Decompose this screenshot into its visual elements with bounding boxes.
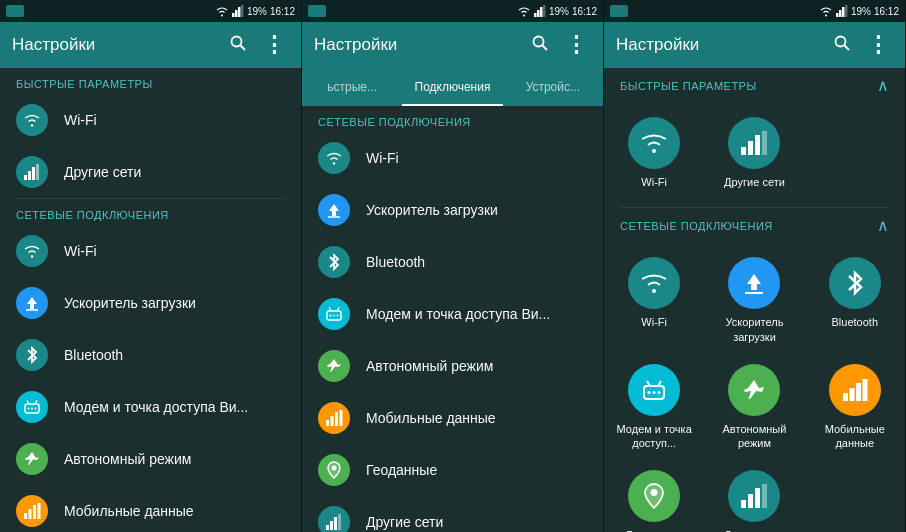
status-icons-2: 19% 16:12: [517, 5, 597, 17]
panel-icon-3: [610, 5, 628, 17]
grid-item-geo-3[interactable]: Геоданные: [604, 460, 704, 532]
other-nets-grid-icon-quick-3: [728, 117, 780, 169]
list-item-geo-2[interactable]: Геоданные: [302, 444, 603, 496]
svg-marker-64: [747, 274, 761, 290]
svg-rect-4: [241, 5, 244, 17]
list-item-bt-2[interactable]: Bluetooth: [302, 236, 603, 288]
svg-line-6: [241, 45, 246, 50]
wifi-status-icon-3: [819, 5, 833, 17]
svg-rect-10: [32, 167, 35, 180]
svg-rect-53: [839, 10, 842, 17]
svg-rect-28: [537, 10, 540, 17]
list-item-download-1[interactable]: Ускоритель загрузки: [0, 277, 301, 329]
grid-item-airplane-3[interactable]: Автономный режим: [704, 354, 804, 461]
list-item-other-nets-quick[interactable]: Другие сети: [0, 146, 301, 198]
tab-quick-2[interactable]: ьстрые...: [302, 69, 402, 106]
svg-rect-44: [335, 412, 338, 426]
grid-item-download-3[interactable]: Ускоритель загрузки: [704, 247, 804, 354]
net-section-header-3[interactable]: СЕТЕВЫЕ ПОДКЛЮЧЕНИЯ ∧: [604, 208, 905, 239]
svg-rect-75: [862, 379, 867, 401]
grid-item-other-nets-quick-3[interactable]: Другие сети: [704, 107, 804, 199]
download-icon-1: [16, 287, 48, 319]
modem-grid-label-3: Модем и точка доступ...: [608, 422, 700, 451]
wifi-status-icon-2: [517, 5, 531, 17]
more-icon-2[interactable]: ⋮: [561, 28, 591, 62]
search-icon-2[interactable]: [527, 30, 553, 61]
list-item-modem-2[interactable]: Модем и точка доступа Ви...: [302, 288, 603, 340]
svg-rect-61: [755, 135, 760, 155]
battery-2: 19%: [549, 6, 569, 17]
wifi-2-label: Wi-Fi: [366, 150, 399, 166]
geo-grid-label-3: Геоданные: [626, 528, 682, 532]
list-item-other-nets-2[interactable]: Другие сети: [302, 496, 603, 532]
wifi-1-label: Wi-Fi: [64, 243, 97, 259]
grid-item-modem-3[interactable]: Модем и точка доступ...: [604, 354, 704, 461]
modem-icon-2: [318, 298, 350, 330]
mobile-icon-1: [16, 495, 48, 527]
svg-rect-48: [330, 521, 333, 530]
app-bar-2: Настройки ⋮: [302, 22, 603, 68]
battery-1: 19%: [247, 6, 267, 17]
download-1-label: Ускоритель загрузки: [64, 295, 196, 311]
grid-item-wifi-3[interactable]: Wi-Fi: [604, 247, 704, 354]
app-bar-3: Настройки ⋮: [604, 22, 905, 68]
list-item-download-2[interactable]: Ускоритель загрузки: [302, 184, 603, 236]
svg-rect-52: [836, 13, 839, 17]
svg-point-5: [232, 36, 242, 46]
search-icon-1[interactable]: [225, 30, 251, 61]
list-item-wifi-2[interactable]: Wi-Fi: [302, 132, 603, 184]
list-item-wifi-1[interactable]: Wi-Fi: [0, 225, 301, 277]
panel-icon-2: [308, 5, 326, 17]
more-icon-1[interactable]: ⋮: [259, 28, 289, 62]
svg-rect-47: [326, 525, 329, 530]
grid-item-bt-3[interactable]: Bluetooth: [805, 247, 905, 354]
svg-rect-43: [331, 416, 334, 426]
airplane-grid-label-3: Автономный режим: [708, 422, 800, 451]
list-item-mobile-2[interactable]: Мобильные данные: [302, 392, 603, 444]
tab-dev-2[interactable]: Устройс...: [503, 69, 603, 106]
signal-status-icon-3: [836, 5, 848, 17]
tab-conn-2[interactable]: Подключения: [402, 69, 502, 106]
net-collapse-icon-3[interactable]: ∧: [877, 216, 889, 235]
svg-rect-45: [340, 410, 343, 426]
wifi-status-icon: [215, 5, 229, 17]
geo-2-label: Геоданные: [366, 462, 437, 478]
quick-collapse-icon-3[interactable]: ∧: [877, 76, 889, 95]
bt-1-label: Bluetooth: [64, 347, 123, 363]
grid-item-wifi-quick-3[interactable]: Wi-Fi: [604, 107, 704, 199]
svg-point-7: [31, 124, 33, 126]
svg-marker-13: [27, 297, 37, 309]
list-item-modem-1[interactable]: Модем и точка доступа Ви...: [0, 381, 301, 433]
svg-rect-60: [748, 141, 753, 155]
geo-grid-icon-3: [628, 470, 680, 522]
tab-bar-2: ьстрые... Подключения Устройс...: [302, 68, 603, 106]
list-item-bt-1[interactable]: Bluetooth: [0, 329, 301, 381]
time-3: 16:12: [874, 6, 899, 17]
other-nets-grid-icon-3: [728, 470, 780, 522]
svg-rect-21: [24, 513, 27, 519]
quick-section-header-3[interactable]: БЫСТРЫЕ ПАРАМЕТРЫ ∧: [604, 68, 905, 99]
svg-rect-11: [36, 164, 39, 180]
svg-rect-30: [543, 5, 546, 17]
list-item-airplane-2[interactable]: Автономный режим: [302, 340, 603, 392]
search-icon-3[interactable]: [829, 30, 855, 61]
svg-point-0: [221, 15, 223, 17]
svg-rect-80: [762, 484, 767, 508]
other-nets-2-label: Другие сети: [366, 514, 443, 530]
grid-item-other-nets-3[interactable]: Другие сети: [704, 460, 804, 532]
panel-icon-1: [6, 5, 24, 17]
svg-rect-1: [232, 13, 235, 17]
svg-point-69: [648, 391, 651, 394]
more-icon-3[interactable]: ⋮: [863, 28, 893, 62]
svg-rect-3: [238, 7, 241, 17]
list-item-mobile-1[interactable]: Мобильные данные: [0, 485, 301, 532]
other-nets-icon-2: [318, 506, 350, 532]
app-bar-1: Настройки ⋮: [0, 22, 301, 68]
svg-point-58: [652, 149, 656, 153]
list-item-wifi-quick[interactable]: Wi-Fi: [0, 94, 301, 146]
battery-3: 19%: [851, 6, 871, 17]
grid-item-mobile-3[interactable]: Мобильные данные: [805, 354, 905, 461]
svg-rect-72: [843, 393, 848, 401]
content-2: СЕТЕВЫЕ ПОДКЛЮЧЕНИЯ Wi-Fi Ускоритель заг…: [302, 106, 603, 532]
list-item-airplane-1[interactable]: Автономный режим: [0, 433, 301, 485]
